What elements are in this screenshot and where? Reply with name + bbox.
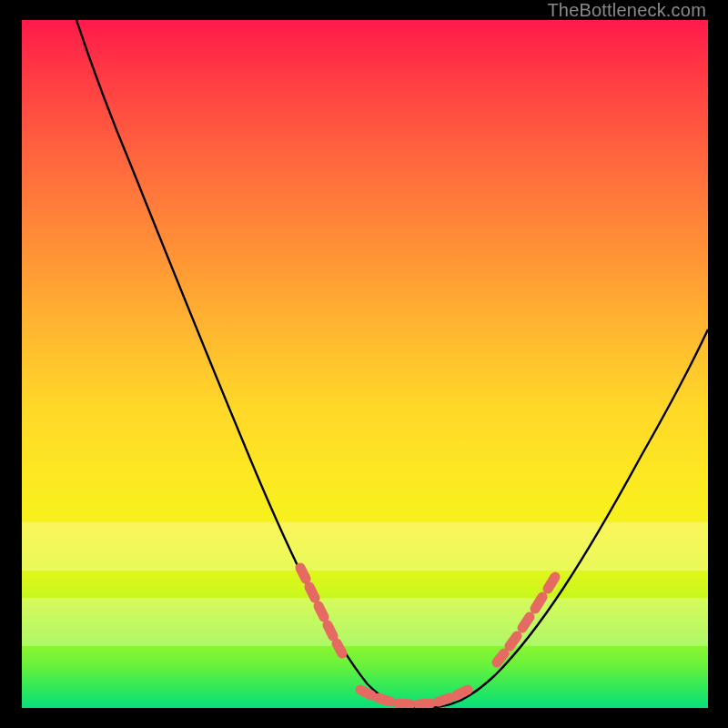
svg-line-11 — [497, 653, 504, 662]
svg-line-15 — [548, 577, 555, 589]
svg-line-10 — [457, 690, 468, 695]
curve-layer — [22, 20, 708, 708]
svg-line-8 — [419, 703, 430, 704]
svg-line-7 — [399, 703, 410, 704]
svg-line-2 — [318, 606, 324, 617]
svg-line-4 — [337, 643, 342, 653]
svg-line-13 — [522, 617, 530, 628]
plot-area — [22, 20, 708, 708]
svg-line-1 — [309, 587, 315, 598]
svg-line-6 — [379, 698, 390, 702]
chart-frame — [22, 20, 708, 708]
svg-line-9 — [439, 698, 450, 702]
salmon-dashes-right — [497, 577, 555, 662]
watermark-text: TheBottleneck.com — [547, 0, 706, 21]
svg-line-0 — [300, 568, 306, 579]
svg-line-14 — [535, 597, 542, 609]
svg-line-3 — [328, 625, 333, 636]
salmon-dashes-left — [300, 568, 342, 653]
bottleneck-curve — [76, 20, 708, 708]
svg-line-5 — [360, 690, 371, 695]
svg-line-12 — [510, 636, 517, 646]
